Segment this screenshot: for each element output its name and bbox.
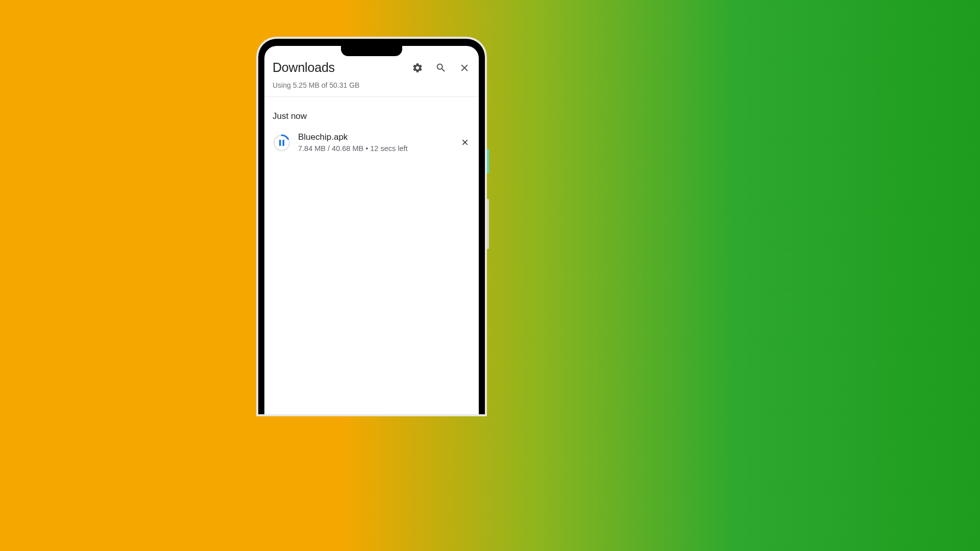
close-icon (460, 138, 470, 147)
close-button[interactable] (458, 62, 471, 74)
pause-progress-icon (273, 134, 291, 152)
phone-outer-frame: Downloads (256, 37, 487, 416)
phone-screen: Downloads (264, 46, 479, 414)
gear-icon (412, 62, 423, 73)
time-section-label: Just now (264, 97, 479, 129)
svg-rect-1 (279, 140, 281, 146)
svg-rect-2 (283, 140, 285, 146)
download-progress-text: 7.84 MB / 40.68 MB • 12 secs left (298, 143, 453, 154)
search-icon (435, 62, 447, 73)
search-button[interactable] (435, 62, 447, 74)
phone-mockup: Downloads (256, 37, 487, 416)
page-title: Downloads (273, 60, 335, 75)
download-info: Bluechip.apk 7.84 MB / 40.68 MB • 12 sec… (298, 132, 453, 154)
settings-button[interactable] (411, 62, 424, 74)
download-filename: Bluechip.apk (298, 132, 453, 143)
phone-notch (341, 46, 402, 56)
download-progress-icon[interactable] (273, 134, 291, 152)
phone-volume-button (487, 199, 489, 249)
phone-power-button (487, 149, 489, 173)
cancel-download-button[interactable] (460, 138, 471, 148)
phone-bezel: Downloads (258, 39, 485, 414)
header-actions (411, 62, 471, 74)
close-icon (459, 62, 470, 73)
storage-usage-text: Using 5.25 MB of 50.31 GB (264, 81, 479, 97)
download-item[interactable]: Bluechip.apk 7.84 MB / 40.68 MB • 12 sec… (264, 129, 479, 157)
